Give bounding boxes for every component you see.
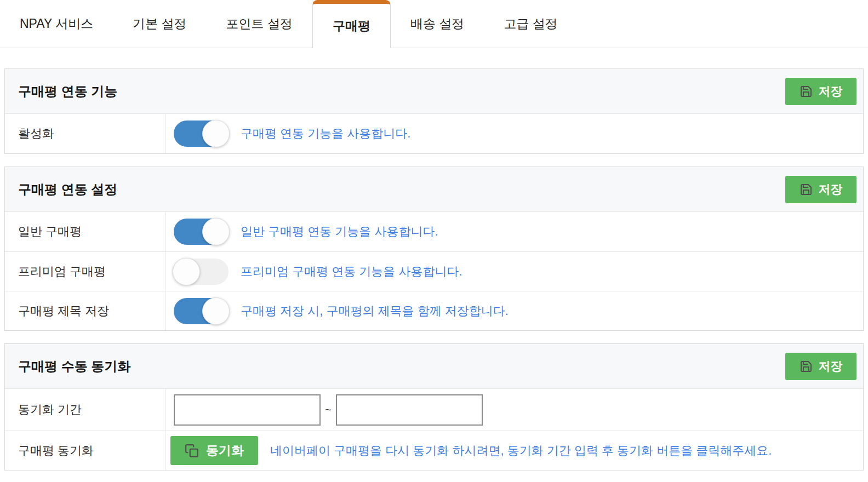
tab-npay-service[interactable]: NPAY 서비스 [0, 0, 113, 48]
save-button-label: 저장 [819, 181, 843, 198]
floppy-disk-icon [800, 360, 813, 373]
row-label: 활성화 [5, 114, 166, 153]
setting-row-premium-review: 프리미엄 구매평 프리미엄 구매평 연동 기능을 사용합니다. [5, 251, 863, 291]
setting-description: 구매평 연동 기능을 사용합니다. [241, 125, 410, 142]
row-content: 일반 구매평 연동 기능을 사용합니다. [166, 212, 863, 251]
section-header: 구매평 수동 동기화 저장 [5, 344, 863, 389]
save-button-label: 저장 [819, 358, 843, 375]
setting-row-activation: 활성화 구매평 연동 기능을 사용합니다. [5, 114, 863, 153]
section-title: 구매평 연동 설정 [18, 181, 117, 198]
row-label: 일반 구매평 [5, 212, 166, 251]
row-content: ~ [166, 389, 863, 431]
toggle-knob [202, 120, 230, 147]
review-title-save-toggle[interactable] [174, 298, 229, 324]
row-label: 구매평 제목 저장 [5, 291, 166, 330]
save-button[interactable]: 저장 [785, 78, 856, 105]
section-header: 구매평 연동 설정 저장 [5, 167, 863, 212]
section-review-manual-sync: 구매평 수동 동기화 저장 동기화 기간 ~ 구매평 [4, 343, 864, 470]
setting-row-general-review: 일반 구매평 일반 구매평 연동 기능을 사용합니다. [5, 212, 863, 251]
tab-point-settings[interactable]: 포인트 설정 [207, 0, 312, 48]
setting-description: 네이버페이 구매평을 다시 동기화 하시려면, 동기화 기간 입력 후 동기화 … [270, 443, 772, 459]
setting-row-review-sync: 구매평 동기화 동기화 네이버페이 구매평을 다시 동기화 하시려면, 동기화 … [5, 431, 863, 470]
setting-row-review-title-save: 구매평 제목 저장 구매평 저장 시, 구매평의 제목을 함께 저장합니다. [5, 291, 863, 330]
section-review-sync-feature: 구매평 연동 기능 저장 활성화 구매평 연동 기능을 사용합니다. [4, 68, 864, 154]
settings-tab-bar: NPAY 서비스 기본 설정 포인트 설정 구매평 배송 설정 고급 설정 [0, 0, 868, 48]
copy-pages-icon [185, 444, 199, 458]
setting-description: 프리미엄 구매평 연동 기능을 사용합니다. [241, 263, 462, 280]
row-label: 동기화 기간 [5, 389, 166, 431]
premium-review-toggle[interactable] [174, 259, 229, 285]
setting-row-sync-period: 동기화 기간 ~ [5, 389, 863, 431]
settings-content: 구매평 연동 기능 저장 활성화 구매평 연동 기능을 사용합니다. [4, 68, 864, 470]
tab-purchase-reviews[interactable]: 구매평 [312, 0, 391, 48]
sync-button-label: 동기화 [206, 442, 244, 459]
toggle-knob [173, 258, 200, 285]
floppy-disk-icon [800, 85, 813, 98]
sync-period-end-input[interactable] [336, 394, 483, 426]
row-content: 동기화 네이버페이 구매평을 다시 동기화 하시려면, 동기화 기간 입력 후 … [166, 431, 863, 470]
section-title: 구매평 연동 기능 [18, 83, 117, 100]
row-content: 프리미엄 구매평 연동 기능을 사용합니다. [166, 252, 863, 291]
sync-period-start-input[interactable] [174, 394, 321, 426]
row-label: 구매평 동기화 [5, 431, 166, 470]
setting-description: 일반 구매평 연동 기능을 사용합니다. [241, 223, 438, 240]
toggle-knob [202, 218, 230, 245]
range-separator: ~ [325, 404, 332, 416]
row-content: 구매평 저장 시, 구매평의 제목을 함께 저장합니다. [166, 291, 863, 330]
floppy-disk-icon [800, 183, 813, 196]
tab-basic-settings[interactable]: 기본 설정 [113, 0, 206, 48]
tab-advanced-settings[interactable]: 고급 설정 [484, 0, 577, 48]
activation-toggle[interactable] [174, 120, 229, 147]
save-button[interactable]: 저장 [785, 176, 856, 203]
general-review-toggle[interactable] [174, 219, 229, 245]
section-title: 구매평 수동 동기화 [18, 358, 130, 375]
row-content: 구매평 연동 기능을 사용합니다. [166, 114, 863, 153]
setting-description: 구매평 저장 시, 구매평의 제목을 함께 저장합니다. [241, 303, 509, 319]
save-button[interactable]: 저장 [785, 353, 856, 380]
save-button-label: 저장 [819, 83, 843, 100]
tab-shipping-settings[interactable]: 배송 설정 [391, 0, 484, 48]
toggle-knob [202, 297, 230, 325]
sync-button[interactable]: 동기화 [170, 436, 258, 465]
section-header: 구매평 연동 기능 저장 [5, 69, 863, 114]
section-review-sync-settings: 구매평 연동 설정 저장 일반 구매평 일반 구매평 연동 기능을 사용합니다. [4, 167, 864, 331]
row-label: 프리미엄 구매평 [5, 252, 166, 291]
